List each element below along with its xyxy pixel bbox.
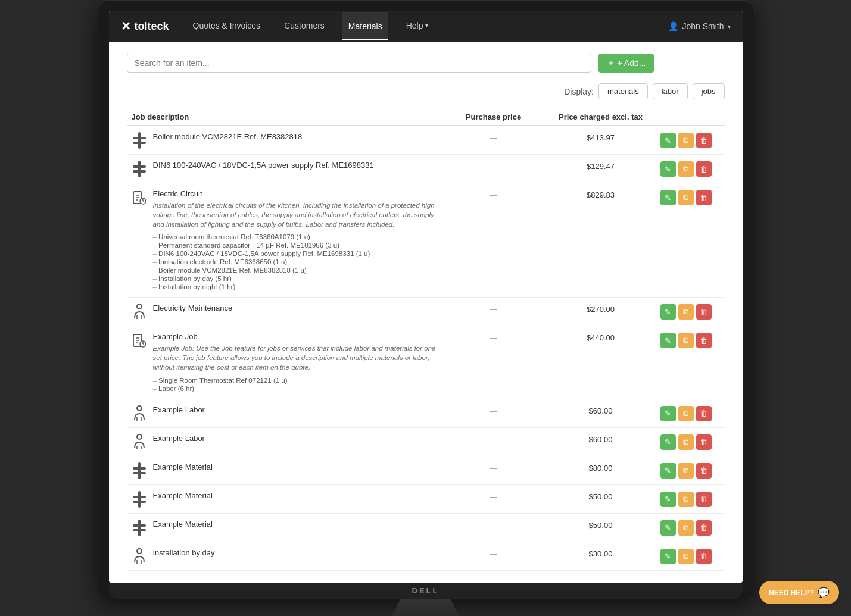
purchase-price: —: [446, 548, 541, 558]
delete-button[interactable]: 🗑: [696, 304, 712, 320]
brand-icon: ✕: [121, 19, 131, 33]
edit-button[interactable]: ✎: [660, 520, 676, 536]
copy-button[interactable]: ⧉: [678, 161, 694, 177]
copy-button[interactable]: ⧉: [678, 463, 694, 479]
svg-rect-4: [133, 165, 146, 168]
brand-name: tolteck: [135, 20, 169, 33]
table-row: Example Material — $50.00 ✎ ⧉ 🗑: [127, 514, 725, 542]
charged-price: $50.00: [541, 520, 660, 530]
item-cell: DIN6 100-240VAC / 18VDC-1,5A power suppl…: [132, 161, 446, 177]
svg-rect-34: [133, 501, 146, 503]
delete-button[interactable]: 🗑: [696, 492, 712, 507]
user-chevron-icon: ▾: [728, 23, 731, 30]
item-info: Example Job Example Job: Use the Job fea…: [153, 332, 446, 392]
edit-button[interactable]: ✎: [660, 406, 676, 421]
purchase-price: —: [446, 161, 541, 171]
nav-quotes-invoices[interactable]: Quotes & Invoices: [187, 11, 267, 42]
svg-rect-1: [133, 137, 146, 139]
table-row: Installation by day — $30.00 ✎ ⧉ 🗑: [127, 542, 725, 571]
actions-cell: ✎ ⧉ 🗑: [660, 189, 720, 205]
sub-item: Boiler module VCM2821E Ref. ME8382818 (1…: [153, 266, 446, 274]
item-cell: Example Labor: [132, 405, 446, 421]
copy-button[interactable]: ⧉: [678, 549, 694, 564]
nav-help[interactable]: Help ▾: [400, 11, 435, 42]
copy-button[interactable]: ⧉: [678, 434, 694, 450]
delete-button[interactable]: 🗑: [696, 333, 712, 348]
delete-button[interactable]: 🗑: [696, 549, 712, 564]
sub-item: Single Room Thermostat Ref 072121 (1 u): [153, 376, 446, 384]
monitor-stand: [384, 599, 467, 616]
actions-cell: ✎ ⧉ 🗑: [660, 520, 720, 536]
nav-customers[interactable]: Customers: [278, 11, 331, 42]
delete-button[interactable]: 🗑: [696, 434, 712, 450]
edit-button[interactable]: ✎: [660, 492, 676, 507]
item-info: Installation by day: [153, 548, 215, 557]
copy-button[interactable]: ⧉: [678, 406, 694, 421]
delete-button[interactable]: 🗑: [696, 406, 712, 421]
labor-icon: [132, 549, 147, 564]
display-materials-btn[interactable]: materials: [598, 83, 648, 99]
user-menu[interactable]: John Smith ▾: [668, 21, 730, 31]
copy-button[interactable]: ⧉: [678, 190, 694, 205]
col-header-description: Job description: [132, 112, 446, 121]
user-name: John Smith: [682, 21, 724, 31]
edit-button[interactable]: ✎: [660, 161, 676, 177]
copy-button[interactable]: ⧉: [678, 520, 694, 536]
delete-button[interactable]: 🗑: [696, 190, 712, 205]
item-info: Example Labor: [153, 434, 205, 443]
purchase-price: —: [446, 520, 541, 530]
edit-button[interactable]: ✎: [660, 333, 676, 348]
sub-item: Universal room thermostat Ref. T6360A107…: [153, 233, 446, 241]
edit-button[interactable]: ✎: [660, 463, 676, 479]
edit-button[interactable]: ✎: [660, 304, 676, 320]
edit-button[interactable]: ✎: [660, 549, 676, 564]
item-name: DIN6 100-240VAC / 18VDC-1,5A power suppl…: [153, 161, 374, 170]
edit-button[interactable]: ✎: [660, 133, 676, 148]
item-info: Example Material: [153, 491, 213, 500]
col-header-charged: Price charged excl. tax: [541, 112, 660, 121]
item-name: Example Labor: [153, 434, 205, 443]
sub-item: Permanent standard capacitor - 14 µF Ref…: [153, 241, 446, 249]
display-labor-btn[interactable]: labor: [653, 83, 688, 99]
item-info: Example Material: [153, 462, 213, 471]
nav-help-label: Help: [406, 21, 423, 30]
delete-button[interactable]: 🗑: [696, 133, 712, 148]
edit-button[interactable]: ✎: [660, 434, 676, 450]
item-cell: Electric Circuit Installation of the ele…: [132, 189, 446, 291]
nav-materials[interactable]: Materials: [342, 12, 388, 40]
charged-price: $60.00: [541, 434, 660, 444]
item-cell: Example Material: [132, 491, 446, 507]
svg-rect-32: [138, 491, 141, 508]
delete-button[interactable]: 🗑: [696, 161, 712, 177]
item-description: Example Job: Use the Job feature for job…: [153, 343, 446, 372]
svg-rect-2: [133, 142, 146, 144]
add-button[interactable]: ＋ + Add...: [598, 54, 654, 73]
svg-point-38: [137, 549, 142, 554]
charged-price: $60.00: [541, 405, 660, 415]
item-cell: Electricity Maintenance: [132, 304, 446, 320]
edit-button[interactable]: ✎: [660, 190, 676, 205]
item-cell: Example Job Example Job: Use the Job fea…: [132, 332, 446, 392]
delete-button[interactable]: 🗑: [696, 463, 712, 479]
need-help-button[interactable]: NEED HELP? 💬: [759, 581, 839, 604]
table-row: Example Job Example Job: Use the Job fea…: [127, 326, 725, 399]
copy-button[interactable]: ⧉: [678, 304, 694, 320]
brand-logo[interactable]: ✕ tolteck: [121, 19, 169, 33]
material-icon: [132, 463, 147, 479]
copy-button[interactable]: ⧉: [678, 492, 694, 507]
copy-button[interactable]: ⧉: [678, 133, 694, 148]
charged-price: $829.83: [541, 189, 660, 199]
item-name: Boiler module VCM2821E Ref. ME8382818: [153, 132, 303, 141]
main-content: ＋ + Add... Display: materials labor jobs…: [109, 42, 743, 583]
svg-rect-31: [133, 472, 146, 474]
purchase-price: —: [446, 304, 541, 314]
svg-rect-37: [133, 529, 146, 531]
monitor-bottom: DELL: [109, 583, 743, 599]
search-input[interactable]: [127, 54, 591, 73]
copy-button[interactable]: ⧉: [678, 333, 694, 348]
delete-button[interactable]: 🗑: [696, 520, 712, 536]
col-header-purchase: Purchase price: [446, 112, 541, 121]
svg-rect-0: [138, 132, 141, 149]
actions-cell: ✎ ⧉ 🗑: [660, 548, 720, 564]
display-jobs-btn[interactable]: jobs: [693, 83, 725, 99]
